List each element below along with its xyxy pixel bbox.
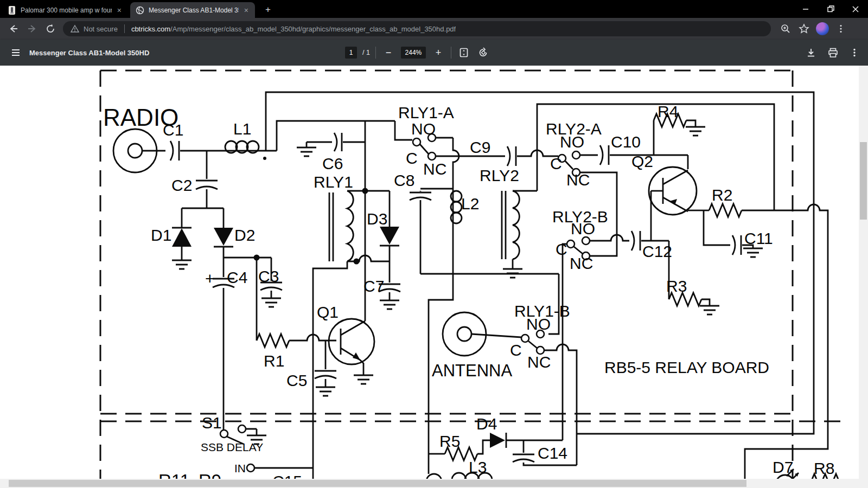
- svg-text:R1: R1: [264, 352, 284, 370]
- r9-label: R9: [199, 471, 221, 479]
- rly2a-contacts: RLY2-A NO C NC: [546, 120, 602, 189]
- svg-text:C: C: [406, 149, 418, 167]
- svg-text:C9: C9: [470, 138, 490, 156]
- svg-text:C4: C4: [227, 268, 247, 286]
- svg-text:NC: NC: [527, 353, 551, 371]
- lower-connector: [426, 474, 442, 479]
- download-icon[interactable]: [804, 46, 818, 60]
- pdf-toolbar: Messenger Class AB1-Model 350HD 1 / 1 − …: [0, 40, 868, 66]
- svg-text:RLY1-A: RLY1-A: [398, 104, 454, 121]
- d3-diode: D3: [367, 210, 399, 246]
- forward-icon[interactable]: [23, 20, 41, 38]
- d2-diode: D2: [214, 226, 255, 247]
- horizontal-scroll-thumb[interactable]: [9, 480, 746, 487]
- svg-text:Q2: Q2: [631, 152, 653, 170]
- svg-text:C: C: [556, 240, 567, 258]
- tab-title: Palomar 300 mobile amp w four: [21, 7, 112, 14]
- c2-capacitor: C2: [171, 176, 218, 194]
- svg-text:D7: D7: [773, 458, 793, 476]
- c1-capacitor: C1: [163, 121, 183, 160]
- browser-menu-kebab-icon[interactable]: [832, 20, 850, 38]
- r5-resistor: R5: [439, 432, 460, 450]
- rotate-icon[interactable]: [476, 46, 490, 60]
- omnibox-divider: [124, 24, 125, 33]
- new-tab-button[interactable]: +: [261, 3, 275, 16]
- close-window-button[interactable]: [843, 0, 868, 18]
- board-label: RB5-5 RELAY BOARD: [604, 358, 769, 376]
- pdf-page-controls: 1 / 1 − 244% +: [345, 40, 490, 66]
- svg-text:Q1: Q1: [317, 303, 339, 321]
- c3-capacitor: C3: [258, 267, 282, 307]
- svg-text:C12: C12: [642, 242, 672, 260]
- minimize-button[interactable]: [793, 0, 818, 18]
- svg-text:C6: C6: [322, 155, 343, 172]
- page-count-label: / 1: [362, 49, 370, 56]
- profile-avatar[interactable]: [813, 20, 832, 38]
- svg-text:ANTENNA: ANTENNA: [432, 361, 512, 380]
- c9-capacitor: C9: [470, 138, 516, 166]
- address-bar[interactable]: Not secure cbtricks.com/Amp/messenger/cl…: [63, 21, 771, 36]
- bookmark-star-icon[interactable]: [795, 20, 813, 38]
- schematic: RADIO C1 C2 L1 D1 D2 + C: [0, 66, 859, 479]
- d1-diode: D1: [151, 226, 192, 269]
- rly2-relay-coil: RLY2: [480, 166, 522, 278]
- horizontal-scrollbar[interactable]: [0, 479, 859, 488]
- pdf-page: RADIO C1 C2 L1 D1 D2 + C: [0, 66, 859, 479]
- vertical-scrollbar[interactable]: [859, 66, 868, 479]
- reload-icon[interactable]: [41, 20, 60, 38]
- svg-text:C8: C8: [394, 171, 414, 189]
- svg-text:RLY2: RLY2: [480, 166, 519, 184]
- pdf-document-title: Messenger Class AB1-Model 350HD: [29, 49, 149, 57]
- fit-page-icon[interactable]: [457, 46, 471, 60]
- vertical-scroll-thumb[interactable]: [860, 142, 867, 220]
- pdf-menu-hamburger-icon[interactable]: [9, 46, 23, 60]
- r1-resistor: R1: [264, 352, 284, 370]
- security-label: Not secure: [84, 25, 118, 33]
- zoom-out-button[interactable]: −: [381, 46, 395, 60]
- svg-text:L2: L2: [461, 195, 479, 213]
- tab-close-icon[interactable]: ×: [243, 6, 250, 15]
- svg-text:SSB DELAY: SSB DELAY: [201, 441, 263, 453]
- browser-window: Palomar 300 mobile amp w four × Messenge…: [0, 0, 868, 488]
- antenna-connector: ANTENNA: [432, 312, 512, 380]
- tab-favicon-tube-icon: [8, 6, 16, 15]
- tab-palomar[interactable]: Palomar 300 mobile amp w four ×: [2, 2, 128, 18]
- svg-text:C10: C10: [611, 133, 641, 151]
- c7-capacitor: C7: [363, 277, 400, 309]
- pdf-more-kebab-icon[interactable]: [847, 46, 861, 60]
- window-controls: [793, 0, 868, 18]
- l3-inductor: L3: [452, 458, 492, 479]
- svg-text:C15: C15: [272, 472, 302, 479]
- c4-capacitor: + C4: [205, 268, 247, 287]
- svg-text:RLY1: RLY1: [314, 173, 353, 191]
- rly1-relay-coil: RLY1: [314, 173, 353, 261]
- url-host: cbtricks.com: [131, 25, 170, 33]
- svg-text:NO: NO: [571, 220, 595, 237]
- c12-capacitor: C12: [631, 231, 672, 260]
- tab-close-icon[interactable]: ×: [116, 6, 123, 15]
- svg-text:L1: L1: [233, 120, 251, 138]
- url-path: /Amp/messenger/class_ab_model_350hd/grap…: [170, 25, 456, 33]
- svg-text:NC: NC: [570, 254, 593, 272]
- svg-text:C: C: [550, 155, 562, 172]
- svg-text:R2: R2: [712, 186, 732, 204]
- zoom-level-input[interactable]: 244%: [401, 47, 426, 59]
- svg-text:C3: C3: [258, 267, 279, 285]
- navigation-bar: Not secure cbtricks.com/Amp/messenger/cl…: [0, 18, 868, 40]
- svg-text:C11: C11: [744, 229, 773, 247]
- svg-text:R5: R5: [439, 432, 460, 450]
- page-number-input[interactable]: 1: [345, 47, 357, 59]
- back-icon[interactable]: [4, 20, 23, 38]
- svg-text:C7: C7: [363, 277, 384, 295]
- svg-text:C2: C2: [171, 176, 192, 194]
- svg-text:NO: NO: [411, 120, 436, 138]
- svg-text:C5: C5: [286, 371, 307, 389]
- tab-messenger[interactable]: Messenger Class AB1-Model 350 ×: [130, 2, 255, 18]
- svg-text:D2: D2: [234, 226, 255, 244]
- zoom-in-button[interactable]: +: [431, 46, 445, 60]
- scrollbar-corner: [859, 479, 868, 488]
- restore-button[interactable]: [818, 0, 843, 18]
- print-icon[interactable]: [826, 46, 840, 60]
- zoom-search-icon[interactable]: [776, 20, 795, 38]
- svg-text:NO: NO: [560, 133, 584, 151]
